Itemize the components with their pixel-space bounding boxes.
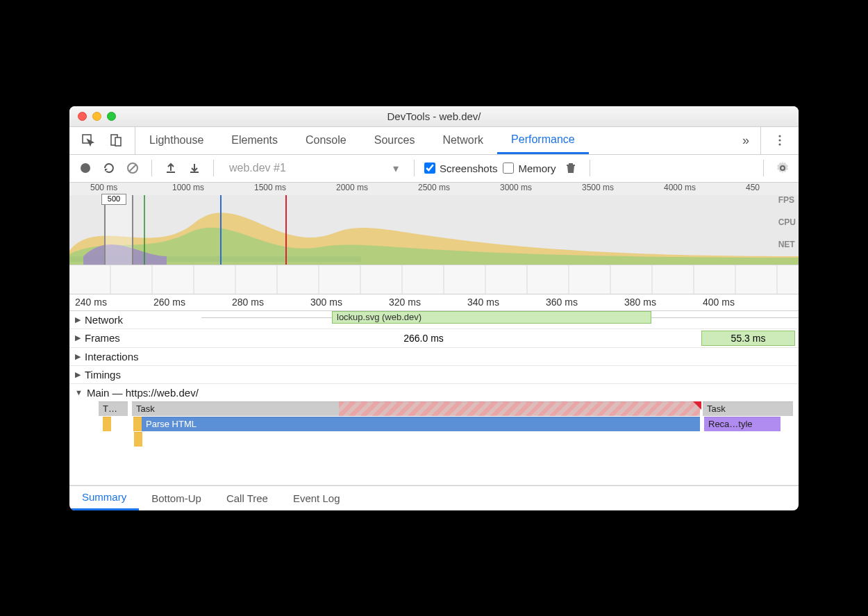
details-tab-call tree[interactable]: Call Tree — [214, 486, 281, 510]
record-icon[interactable] — [76, 159, 94, 177]
devtools-window: DevTools - web.dev/ LighthouseElementsCo… — [69, 106, 799, 510]
network-track[interactable]: ▶ Network lockup.svg (web.dev) — [69, 311, 799, 329]
interactions-track[interactable]: ▶ Interactions — [69, 348, 799, 366]
overview-selection-handle[interactable]: 500 — [101, 194, 126, 205]
screenshots-checkbox[interactable]: Screenshots — [424, 163, 497, 174]
flame-chart[interactable]: T… Task Task Parse HTML Reca…tyle — [69, 401, 799, 485]
overview-tick: 500 ms — [90, 183, 117, 192]
panel-tabbar: LighthouseElementsConsoleSourcesNetworkP… — [69, 127, 799, 155]
svg-point-6 — [81, 163, 90, 173]
svg-rect-10 — [569, 163, 573, 165]
settings-gear-icon[interactable] — [774, 159, 792, 177]
save-profile-icon[interactable] — [185, 159, 203, 177]
network-request-bar[interactable]: lockup.svg (web.dev) — [332, 311, 651, 324]
flame-task[interactable]: Task — [703, 401, 793, 416]
flame-script[interactable] — [103, 417, 111, 431]
details-tab-bottom-up[interactable]: Bottom-Up — [139, 486, 214, 510]
profile-name: web.dev #1 — [229, 162, 286, 174]
tab-lighthouse[interactable]: Lighthouse — [135, 127, 217, 154]
load-profile-icon[interactable] — [162, 159, 180, 177]
flame-script[interactable] — [134, 432, 142, 447]
svg-point-4 — [778, 139, 781, 141]
svg-rect-8 — [167, 172, 175, 173]
tab-sources[interactable]: Sources — [360, 127, 429, 154]
svg-point-5 — [778, 143, 781, 145]
timeline-ruler[interactable]: 240 ms260 ms280 ms300 ms320 ms340 ms360 … — [69, 294, 799, 311]
disclosure-triangle-icon[interactable]: ▶ — [75, 370, 81, 379]
dropdown-icon: ▾ — [393, 162, 399, 175]
disclosure-triangle-icon[interactable]: ▼ — [75, 388, 83, 397]
flame-task[interactable]: T… — [99, 401, 128, 416]
profile-selector[interactable]: web.dev #1 ▾ — [224, 162, 404, 175]
detail-tick: 280 ms — [232, 297, 264, 308]
frame-bar[interactable]: 55.3 ms — [701, 331, 795, 346]
flame-script[interactable] — [133, 417, 142, 431]
detail-tick: 380 ms — [624, 297, 656, 308]
svg-rect-9 — [190, 172, 199, 173]
overview-selection[interactable]: 500 — [104, 195, 133, 265]
details-tab-summary[interactable]: Summary — [69, 486, 139, 510]
main-track[interactable]: ▼ Main — https://web.dev/ T… Task Task P… — [69, 384, 799, 485]
garbage-collect-icon[interactable] — [562, 159, 580, 177]
overview-tick: 3000 ms — [500, 183, 532, 192]
tab-performance[interactable]: Performance — [497, 127, 589, 154]
overview-screenshots[interactable] — [69, 265, 799, 294]
overview-tick: 1000 ms — [172, 183, 204, 192]
details-tabbar: SummaryBottom-UpCall TreeEvent Log — [69, 485, 799, 510]
device-toggle-icon[interactable] — [107, 131, 125, 149]
detail-tick: 340 ms — [467, 297, 499, 308]
svg-rect-11 — [567, 165, 575, 166]
overview-pane[interactable]: 500 ms1000 ms1500 ms2000 ms2500 ms3000 m… — [69, 183, 799, 294]
detail-tick: 260 ms — [153, 297, 185, 308]
disclosure-triangle-icon[interactable]: ▶ — [75, 352, 81, 361]
kebab-menu-icon[interactable] — [771, 131, 789, 149]
clear-icon[interactable] — [124, 159, 142, 177]
flame-task[interactable]: Task — [132, 401, 339, 416]
more-tabs-icon[interactable]: » — [737, 131, 755, 149]
tab-console[interactable]: Console — [292, 127, 360, 154]
tracks-pane[interactable]: ▶ Network lockup.svg (web.dev) ▶ Frames — [69, 311, 799, 485]
overview-tick: 2000 ms — [336, 183, 368, 192]
frames-track[interactable]: ▶ Frames 266.0 ms 55.3 ms — [69, 329, 799, 348]
disclosure-triangle-icon[interactable]: ▶ — [75, 315, 81, 324]
detail-tick: 400 ms — [703, 297, 735, 308]
performance-toolbar: web.dev #1 ▾ Screenshots Memory — [69, 155, 799, 183]
overview-tick: 4000 ms — [664, 183, 696, 192]
flame-task-long[interactable] — [339, 401, 700, 416]
overview-tick: 3500 ms — [582, 183, 614, 192]
detail-tick: 360 ms — [546, 297, 578, 308]
timings-track[interactable]: ▶ Timings — [69, 366, 799, 384]
overview-tick: 450 — [746, 183, 760, 192]
detail-tick: 320 ms — [389, 297, 421, 308]
detail-tick: 300 ms — [310, 297, 342, 308]
inspect-element-icon[interactable] — [79, 131, 97, 149]
tab-network[interactable]: Network — [428, 127, 497, 154]
titlebar: DevTools - web.dev/ — [69, 106, 799, 127]
memory-checkbox[interactable]: Memory — [503, 163, 556, 174]
flame-parse-html[interactable]: Parse HTML — [142, 417, 700, 431]
window-title: DevTools - web.dev/ — [69, 110, 799, 122]
details-tab-event log[interactable]: Event Log — [281, 486, 353, 510]
disclosure-triangle-icon[interactable]: ▶ — [75, 333, 81, 342]
detail-tick: 240 ms — [75, 297, 107, 308]
svg-rect-2 — [115, 138, 121, 146]
frame-bar[interactable]: 266.0 ms — [146, 331, 701, 346]
overview-tick: 2500 ms — [418, 183, 450, 192]
reload-record-icon[interactable] — [100, 159, 118, 177]
overview-tick: 1500 ms — [254, 183, 286, 192]
tab-elements[interactable]: Elements — [217, 127, 292, 154]
svg-point-3 — [778, 135, 781, 137]
flame-recalc-style[interactable]: Reca…tyle — [704, 417, 781, 431]
